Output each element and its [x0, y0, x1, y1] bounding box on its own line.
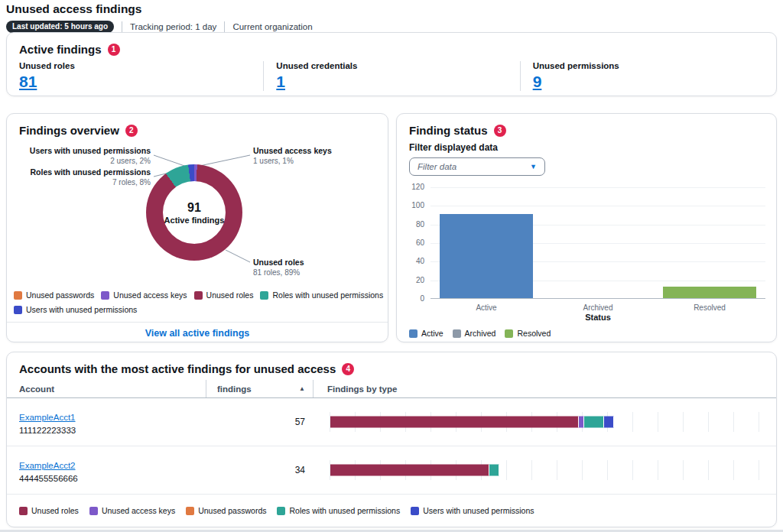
view-all-active-findings-link[interactable]: View all active findings [7, 328, 388, 339]
accounts-table-title: Accounts with the most active findings f… [19, 362, 336, 375]
findings-count: 34 [206, 465, 313, 475]
legend-item[interactable]: Archived [453, 329, 496, 338]
legend-swatch [14, 306, 22, 314]
x-axis-tick-label: Active [430, 303, 542, 312]
table-body: ExampleAcct111112222333357ExampleAcct244… [7, 398, 776, 495]
account-link[interactable]: ExampleAcct1 [19, 413, 76, 422]
finding-status-card: Finding status 3 Filter displayed data F… [396, 113, 777, 342]
unused-permissions-count-link[interactable]: 9 [533, 73, 542, 91]
page-title: Unused access findings [6, 2, 313, 16]
legend-item[interactable]: Resolved [505, 329, 551, 338]
legend-swatch [277, 507, 285, 515]
legend-label: Archived [465, 329, 496, 338]
bar-segment-roles_with_unused_permissions [489, 465, 499, 476]
y-axis-tick-label: 20 [401, 276, 424, 284]
y-axis-tick-label: 40 [401, 257, 424, 265]
donut-center: 91 Active findings [146, 164, 242, 261]
legend-swatch [505, 329, 513, 338]
legend-swatch [101, 291, 109, 300]
column-header-account: Account [19, 380, 206, 397]
unused-access-findings-page: Unused access findings Last updated: 5 h… [0, 0, 783, 532]
callout-title: Roles with unused permissions [16, 167, 151, 177]
legend-swatch [194, 291, 203, 300]
bar-segment-roles_with_unused_permissions [584, 417, 604, 428]
tracking-period: Tracking period: 1 day [130, 22, 216, 31]
legend-label: Unused roles [206, 290, 254, 300]
legend-swatch [411, 507, 419, 515]
legend-label: Unused access keys [113, 290, 187, 300]
legend-label: Active [421, 329, 443, 338]
legend-label: Users with unused permissions [26, 305, 137, 314]
legend-item[interactable]: Unused roles [19, 506, 79, 515]
legend-item[interactable]: Roles with unused permissions [277, 506, 400, 515]
findings-count: 57 [206, 417, 313, 427]
y-axis-tick-label: 80 [401, 220, 424, 229]
legend-swatch [186, 507, 194, 515]
legend-item[interactable]: Users with unused permissions [411, 506, 534, 515]
bar-segment-unused_roles [330, 465, 489, 476]
legend-swatch [260, 291, 268, 300]
legend-label: Roles with unused permissions [272, 290, 383, 300]
legend-item[interactable]: Unused passwords [186, 506, 266, 515]
legend-label: Unused access keys [102, 506, 175, 515]
legend-item[interactable]: Roles with unused permissions [260, 290, 383, 300]
legend-swatch [19, 507, 28, 515]
legend-label: Users with unused permissions [423, 506, 534, 515]
filter-displayed-data-label: Filter displayed data [409, 142, 498, 153]
card-divider [7, 322, 388, 323]
metric-unused-credentials: Unused credentials 1 [263, 61, 519, 91]
legend-item[interactable]: Unused passwords [14, 290, 94, 300]
annotation-badge-3: 3 [494, 125, 506, 137]
donut-chart[interactable]: 91 Active findings [146, 164, 242, 261]
bar-segment-unused_roles [330, 417, 579, 428]
metric-label: Unused roles [19, 61, 263, 70]
status-bar-resolved[interactable] [663, 287, 756, 298]
last-updated-badge: Last updated: 5 hours ago [6, 21, 114, 33]
x-axis-tick-label: Archived [542, 303, 654, 312]
annotation-badge-1: 1 [108, 44, 120, 56]
legend-item[interactable]: Unused access keys [89, 506, 175, 515]
meta-divider [224, 21, 225, 32]
legend-item[interactable]: Unused roles [194, 290, 254, 300]
account-cell: ExampleAcct2444455556666 [19, 458, 206, 483]
active-findings-total: 91 [187, 201, 201, 215]
findings-by-type-cell [313, 446, 764, 494]
column-header-findings-label: findings [217, 384, 252, 394]
findings-by-type-cell [313, 398, 764, 446]
legend-item[interactable]: Unused access keys [101, 290, 187, 300]
legend-label: Unused roles [31, 506, 79, 515]
callout-sub: 1 users, 1% [253, 157, 375, 166]
callout-unused-roles: Unused roles 81 roles, 89% [253, 258, 375, 277]
stacked-bar[interactable] [330, 417, 614, 428]
findings-overview-card: Findings overview 2 91 Active findings U… [6, 113, 388, 342]
metric-unused-permissions: Unused permissions 9 [520, 61, 776, 91]
sort-ascending-icon[interactable]: ▲ [299, 385, 305, 392]
annotation-badge-4: 4 [342, 363, 354, 375]
findings-overview-title: Findings overview [19, 124, 119, 137]
metrics-row: Unused roles 81 Unused credentials 1 Unu… [7, 61, 776, 91]
accounts-table-card: Accounts with the most active findings f… [6, 352, 777, 527]
callout-users-with-unused-permissions: Users with unused permissions 2 users, 2… [22, 146, 151, 166]
callout-title: Unused roles [253, 258, 375, 268]
stacked-bar[interactable] [330, 465, 499, 476]
unused-roles-count-link[interactable]: 81 [19, 73, 37, 91]
account-link[interactable]: ExampleAcct2 [19, 461, 76, 470]
x-axis-tick-label: Resolved [654, 303, 765, 312]
status-bar-active[interactable] [440, 214, 533, 298]
status-legend: ActiveArchivedResolved [409, 329, 765, 338]
legend-item[interactable]: Users with unused permissions [14, 305, 137, 314]
status-bar-chart: ActiveArchivedResolved [430, 187, 765, 299]
page-header: Unused access findings Last updated: 5 h… [6, 2, 313, 33]
unused-credentials-count-link[interactable]: 1 [276, 73, 285, 91]
filter-data-select[interactable]: Filter data ▼ [409, 157, 545, 176]
legend-item[interactable]: Active [409, 329, 443, 338]
header-meta: Last updated: 5 hours ago Tracking perio… [6, 21, 313, 33]
y-axis-tick-label: 0 [401, 294, 424, 303]
column-header-findings-by-type: Findings by type [313, 380, 764, 397]
column-header-findings[interactable]: findings ▲ [206, 380, 313, 397]
metric-label: Unused permissions [533, 61, 776, 70]
finding-status-title: Finding status [409, 124, 488, 137]
metric-unused-roles: Unused roles 81 [7, 61, 263, 91]
y-axis-tick-label: 100 [401, 201, 424, 209]
meta-divider [122, 21, 122, 32]
